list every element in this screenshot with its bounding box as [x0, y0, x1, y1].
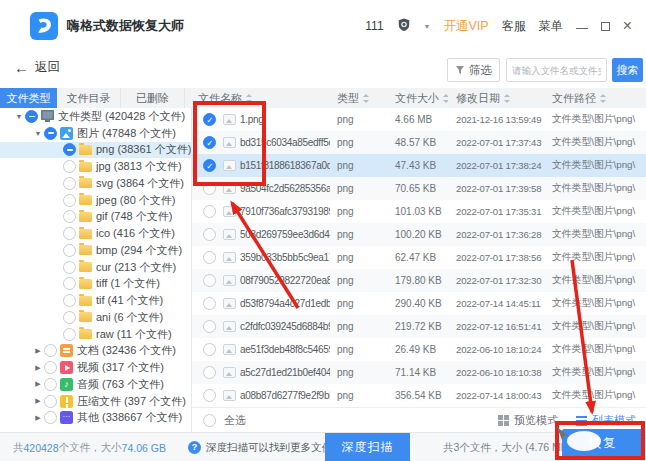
tree-item-其他[interactable]: ▶其他 (338667 个文件) — [0, 410, 191, 427]
search-input[interactable] — [506, 58, 607, 82]
menu-button[interactable]: 菜单 — [539, 18, 563, 35]
tree-item-cur[interactable]: cur (213 个文件) — [0, 259, 191, 276]
select-all-checkbox[interactable] — [203, 414, 216, 427]
tree-item-gif[interactable]: gif (748 个文件) — [0, 209, 191, 226]
tree-item-jpg[interactable]: jpg (3813 个文件) — [0, 158, 191, 175]
back-button[interactable]: ← 返回 — [14, 59, 60, 76]
file-checkbox[interactable] — [203, 205, 216, 218]
sort-icon — [362, 94, 369, 103]
tree-checkbox[interactable] — [63, 227, 76, 240]
search-button[interactable]: 搜索 — [612, 58, 643, 82]
tree-item-png[interactable]: png (38361 个文件) — [0, 142, 191, 159]
tree-checkbox[interactable] — [25, 110, 38, 123]
tree-checkbox[interactable] — [63, 294, 76, 307]
file-checkbox[interactable] — [203, 389, 216, 402]
expand-icon[interactable]: ▶ — [32, 364, 44, 372]
tree-label: 文件类型 (420428 个文件) — [58, 109, 185, 124]
file-row[interactable]: bd315c6034a85edff5c41...png48.57 KB2022-… — [192, 131, 646, 154]
tab-file-type[interactable]: 文件类型 — [0, 88, 57, 108]
file-checkbox[interactable] — [203, 113, 216, 126]
tab-deleted[interactable]: 已删除 — [121, 88, 185, 108]
file-row[interactable]: c2fdfc039245d6884b95...png219.72 KB2022-… — [192, 315, 646, 338]
tree-item-jpeg[interactable]: jpeg (80 个文件) — [0, 192, 191, 209]
tree-item-文档[interactable]: ▶文档 (32436 个文件) — [0, 343, 191, 360]
expand-icon[interactable]: ▶ — [32, 397, 44, 405]
file-name: 503d269759ee3d6d4185... — [240, 229, 330, 240]
maximize-button[interactable] — [601, 22, 610, 31]
column-header[interactable]: 修改日期 — [448, 91, 545, 106]
deep-scan-button[interactable]: 深度扫描 — [325, 433, 410, 461]
file-checkbox[interactable] — [203, 159, 216, 172]
tree-item-图片[interactable]: ▼图片 (47848 个文件) — [0, 125, 191, 142]
file-checkbox[interactable] — [203, 297, 216, 310]
collapse-icon[interactable]: ▼ — [13, 113, 25, 120]
file-row[interactable]: 359b033b5bb5c9ea1756...png62.47 KB2022-0… — [192, 246, 646, 269]
file-row[interactable]: 503d269759ee3d6d4185...png100.20 KB2022-… — [192, 223, 646, 246]
recover-button[interactable]: 恢复 — [562, 429, 644, 458]
file-checkbox[interactable] — [203, 343, 216, 356]
dropdown-caret-icon[interactable]: ▼ — [424, 23, 431, 30]
tab-file-directory[interactable]: 文件目录 — [57, 88, 121, 108]
expand-icon[interactable]: ▶ — [32, 380, 44, 388]
file-checkbox[interactable] — [203, 136, 216, 149]
close-button[interactable]: × — [623, 21, 632, 31]
file-checkbox[interactable] — [203, 251, 216, 264]
tree-item-raw[interactable]: raw (11 个文件) — [0, 326, 191, 343]
tree-item-ico[interactable]: ico (416 个文件) — [0, 225, 191, 242]
tree-checkbox[interactable] — [63, 277, 76, 290]
file-checkbox[interactable] — [203, 182, 216, 195]
column-header[interactable]: 文件大小 — [388, 91, 448, 106]
tree-item-视频[interactable]: ▶视频 (317 个文件) — [0, 359, 191, 376]
file-row[interactable]: ae51f3deb48f8c5465921...png26.49 KB2022-… — [192, 338, 646, 361]
file-row[interactable]: 9a504fc2d56285356ab7...png70.65 KB2022-0… — [192, 177, 646, 200]
tree-checkbox[interactable] — [44, 395, 57, 408]
file-checkbox[interactable] — [203, 228, 216, 241]
tree-checkbox[interactable] — [63, 311, 76, 324]
tree-item-tif[interactable]: tif (41 个文件) — [0, 292, 191, 309]
tree-item-svg[interactable]: svg (3864 个文件) — [0, 175, 191, 192]
expand-icon[interactable]: ▶ — [32, 414, 44, 422]
tree-checkbox[interactable] — [44, 378, 57, 391]
file-row[interactable]: 7910f736afc3793198959...png101.03 KB2022… — [192, 200, 646, 223]
column-header[interactable]: 文件路径 — [545, 91, 646, 106]
tree-checkbox[interactable] — [44, 344, 57, 357]
tree-item-tiff[interactable]: tiff (1 个文件) — [0, 276, 191, 293]
tree-item-ani[interactable]: ani (6 个文件) — [0, 309, 191, 326]
column-header[interactable]: 文件名称 — [192, 91, 330, 106]
file-row[interactable]: 08f790529822720ea809...png179.80 KB2022-… — [192, 269, 646, 292]
file-row[interactable]: a5c27d1ed21b0ef40446...png71.14 KB2022-0… — [192, 361, 646, 384]
tree-checkbox[interactable] — [63, 210, 76, 223]
list-mode-button[interactable]: 列表模式 — [576, 413, 636, 428]
filter-button[interactable]: 筛选 — [447, 58, 500, 82]
vip-button[interactable]: 开通VIP — [444, 18, 489, 35]
tree-checkbox[interactable] — [44, 127, 57, 140]
tree-checkbox[interactable] — [63, 244, 76, 257]
collapse-icon[interactable]: ▼ — [32, 130, 44, 137]
select-all-toggle[interactable]: 全选 — [192, 413, 246, 428]
tree-checkbox[interactable] — [63, 160, 76, 173]
minimize-button[interactable] — [576, 28, 588, 30]
tree-item-文件类型[interactable]: ▼文件类型 (420428 个文件) — [0, 108, 191, 125]
file-row[interactable]: a08b87d6277f9e2f9bb8...png356.54 KB2022-… — [192, 384, 646, 407]
tree-checkbox[interactable] — [63, 143, 76, 156]
tree-checkbox[interactable] — [63, 177, 76, 190]
customer-service-button[interactable]: 客服 — [502, 18, 526, 35]
file-row[interactable]: b151f8188618367a0d3d...png47.43 KB2022-0… — [192, 154, 646, 177]
file-checkbox[interactable] — [203, 366, 216, 379]
tree-item-压缩文件[interactable]: ▶压缩文件 (397 个文件) — [0, 393, 191, 410]
file-checkbox[interactable] — [203, 274, 216, 287]
tree-item-bmp[interactable]: bmp (294 个文件) — [0, 242, 191, 259]
tree-checkbox[interactable] — [44, 411, 57, 424]
tree-checkbox[interactable] — [44, 361, 57, 374]
tree-checkbox[interactable] — [63, 261, 76, 274]
tree-checkbox[interactable] — [63, 328, 76, 341]
preview-mode-button[interactable]: 预览模式 — [498, 413, 558, 428]
file-checkbox[interactable] — [203, 320, 216, 333]
expand-icon[interactable]: ▶ — [32, 347, 44, 355]
column-header[interactable]: 类型 — [330, 91, 388, 106]
file-table: 1.pngpng4.66 MB2021-12-16 13:59:49文件类型\图… — [192, 108, 646, 407]
tree-checkbox[interactable] — [63, 194, 76, 207]
tree-item-音频[interactable]: ▶音频 (763 个文件) — [0, 376, 191, 393]
file-row[interactable]: d53f8794a4c27d1edb76...png290.40 KB2022-… — [192, 292, 646, 315]
file-row[interactable]: 1.pngpng4.66 MB2021-12-16 13:59:49文件类型\图… — [192, 108, 646, 131]
